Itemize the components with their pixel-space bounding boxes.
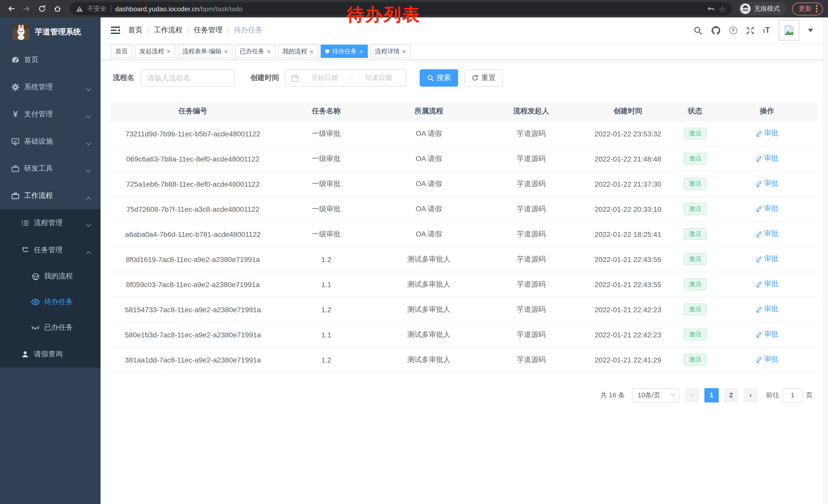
tab-close-icon[interactable]: × bbox=[224, 48, 228, 55]
avatar[interactable] bbox=[779, 20, 799, 41]
tab[interactable]: 已办任务× bbox=[235, 45, 275, 58]
prev-page-button[interactable]: ‹ bbox=[685, 388, 699, 402]
status-badge: 激活 bbox=[684, 354, 706, 366]
browser-forward-icon[interactable] bbox=[20, 3, 33, 15]
tab[interactable]: 发起流程× bbox=[135, 45, 175, 58]
browser-menu-icon[interactable] bbox=[816, 5, 818, 13]
github-icon[interactable] bbox=[711, 26, 720, 35]
breadcrumb-item[interactable]: 任务管理 bbox=[194, 26, 223, 35]
sidebar-item-process-management[interactable]: 流程管理 bbox=[0, 209, 100, 236]
approve-link[interactable]: 审批 bbox=[755, 280, 779, 289]
tab[interactable]: 流程详情× bbox=[370, 45, 411, 58]
tab-label: 已办任务 bbox=[240, 47, 264, 56]
approve-link[interactable]: 审批 bbox=[755, 129, 779, 138]
browser-reload-icon[interactable] bbox=[36, 3, 48, 15]
approve-link[interactable]: 审批 bbox=[755, 154, 779, 163]
tab-close-icon[interactable]: × bbox=[167, 48, 171, 55]
tab-label: 待办任务 bbox=[332, 47, 357, 56]
process-name-input[interactable] bbox=[140, 69, 235, 87]
cell-action: 审批 bbox=[717, 196, 817, 222]
cell-status: 激活 bbox=[673, 171, 717, 196]
fullscreen-icon[interactable] bbox=[746, 26, 754, 35]
table-row: 580e1b3d-7ac8-11ec-a9e2-a2380e71991a1.1测… bbox=[111, 322, 817, 347]
status-badge: 激活 bbox=[684, 303, 706, 315]
tab[interactable]: 流程表单-编辑× bbox=[178, 45, 233, 58]
cell-name: 一级审批 bbox=[275, 121, 378, 146]
browser-home-icon[interactable] bbox=[51, 3, 64, 15]
approve-link[interactable]: 审批 bbox=[755, 330, 779, 339]
table-row: 8f0d1619-7ac8-11ec-a9e2-a2380e71991a1.2测… bbox=[111, 246, 817, 272]
cell-initiator: 芋道源码 bbox=[480, 272, 582, 297]
sidebar-item-workflow[interactable]: 工作流程 bbox=[0, 182, 100, 209]
todo-table: 任务编号 任务名称 所属流程 流程发起人 创建时间 状态 操作 73211d9d… bbox=[111, 102, 817, 372]
sidebar-item-system[interactable]: 系统管理 bbox=[0, 73, 100, 100]
approve-link[interactable]: 审批 bbox=[755, 204, 779, 214]
avatar-caret-icon[interactable] bbox=[808, 29, 813, 32]
breadcrumb-item[interactable]: 工作流程 bbox=[154, 26, 182, 35]
list-icon bbox=[20, 219, 30, 227]
goto-label: 前往 bbox=[766, 391, 779, 400]
sidebar-item-task-management[interactable]: 任务管理 bbox=[0, 236, 100, 264]
approve-link[interactable]: 审批 bbox=[755, 179, 779, 188]
page-size-select[interactable]: 10条/页 bbox=[632, 388, 680, 402]
cell-process: 测试多审批人 bbox=[378, 246, 480, 272]
breadcrumb-item[interactable]: 首页 bbox=[128, 26, 142, 35]
next-page-button[interactable]: › bbox=[743, 388, 758, 402]
security-warning-icon bbox=[76, 5, 83, 12]
sidebar: 芋道管理系统 首页 系统管理 ¥ 支付管理 基础设施 研发工具 工作 bbox=[0, 17, 100, 504]
approve-link[interactable]: 审批 bbox=[755, 255, 779, 264]
cell-initiator: 芋道源码 bbox=[480, 222, 582, 246]
tab-close-icon[interactable]: × bbox=[267, 48, 271, 55]
sidebar-item-home[interactable]: 首页 bbox=[0, 46, 100, 73]
font-size-icon[interactable]: tT bbox=[763, 26, 770, 35]
column-header: 操作 bbox=[717, 102, 817, 121]
search-icon[interactable] bbox=[693, 26, 702, 35]
search-button[interactable]: 搜索 bbox=[420, 69, 458, 87]
tab-close-icon[interactable]: × bbox=[359, 48, 363, 55]
cell-id: 8f0d1619-7ac8-11ec-a9e2-a2380e71991a bbox=[111, 246, 275, 272]
sidebar-item-done-tasks[interactable]: 已办任务 bbox=[0, 315, 100, 340]
approve-link[interactable]: 审批 bbox=[755, 229, 779, 239]
approve-link[interactable]: 审批 bbox=[755, 305, 779, 314]
tab[interactable]: 我的流程× bbox=[278, 45, 318, 58]
page-button-1[interactable]: 1 bbox=[704, 388, 719, 402]
approve-link[interactable]: 审批 bbox=[755, 355, 779, 364]
cell-initiator: 芋道源码 bbox=[480, 121, 582, 146]
end-date-placeholder: 结束日期 bbox=[357, 73, 401, 83]
column-header: 状态 bbox=[673, 102, 717, 121]
cell-name: 一级审批 bbox=[275, 196, 378, 222]
approve-link-label: 审批 bbox=[764, 255, 779, 264]
tab-close-icon[interactable]: × bbox=[310, 48, 314, 55]
start-date-placeholder: 开始日期 bbox=[303, 73, 346, 83]
toolbox-icon bbox=[11, 191, 20, 200]
status-badge: 激活 bbox=[684, 328, 706, 340]
date-range-picker[interactable]: 开始日期 - 结束日期 bbox=[285, 69, 406, 87]
sidebar-collapse-icon[interactable] bbox=[111, 26, 120, 34]
sidebar-item-payment[interactable]: ¥ 支付管理 bbox=[0, 100, 100, 128]
monitor-icon bbox=[11, 137, 20, 145]
password-key-icon[interactable] bbox=[707, 5, 715, 13]
help-icon[interactable]: ? bbox=[729, 27, 737, 34]
sidebar-item-leave-query[interactable]: 请假查询 bbox=[0, 340, 100, 368]
tab[interactable]: 待办任务× bbox=[321, 45, 368, 58]
cell-process: OA 请假 bbox=[378, 146, 480, 171]
tab[interactable]: 首页 bbox=[111, 45, 132, 58]
page-scrollbar[interactable] bbox=[823, 17, 828, 504]
reset-button[interactable]: 重置 bbox=[464, 69, 503, 87]
page-button-2[interactable]: 2 bbox=[724, 388, 738, 402]
tab-close-icon[interactable]: × bbox=[402, 48, 406, 55]
sidebar-item-infrastructure[interactable]: 基础设施 bbox=[0, 128, 100, 155]
cell-name: 1.2 bbox=[275, 246, 378, 272]
cell-id: 73211d9d-7b9b-11ec-b5b7-acde48001122 bbox=[111, 121, 275, 146]
goto-page-input[interactable] bbox=[782, 388, 803, 402]
cell-status: 激活 bbox=[673, 322, 717, 347]
sidebar-item-my-process[interactable]: 我的流程 bbox=[0, 264, 100, 289]
cell-id: 58154733-7ac8-11ec-a9e2-a2380e71991a bbox=[111, 297, 275, 322]
yen-icon: ¥ bbox=[11, 109, 20, 119]
browser-back-icon[interactable] bbox=[5, 3, 17, 15]
bookmark-star-icon[interactable]: ☆ bbox=[719, 5, 726, 12]
chevron-down-icon bbox=[86, 139, 91, 147]
sidebar-item-todo-tasks[interactable]: 待办任务 bbox=[0, 289, 100, 315]
sidebar-item-devtools[interactable]: 研发工具 bbox=[0, 155, 100, 182]
browser-update-button[interactable]: 更新 bbox=[792, 2, 823, 15]
